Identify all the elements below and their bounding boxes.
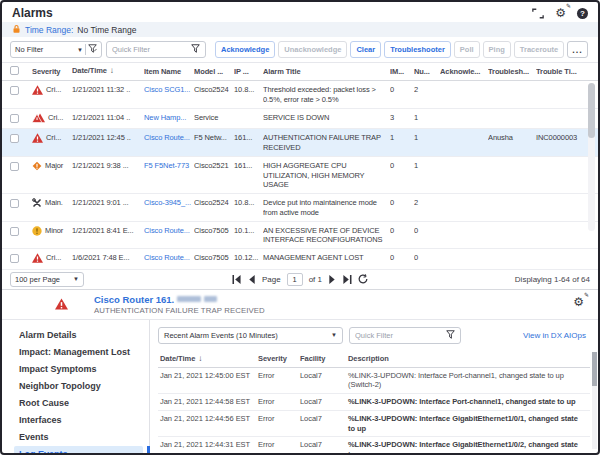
- sidebar-item-alarm-details[interactable]: Alarm Details: [14, 327, 143, 343]
- sidebar-item-impact-symptoms[interactable]: Impact Symptoms: [14, 361, 143, 377]
- settings-gear-icon[interactable]: ⚙✎: [555, 7, 566, 19]
- toolbar-buttons: AcknowledgeUnacknowledgeClearTroubleshoo…: [215, 41, 588, 58]
- toolbar-button-clear[interactable]: Clear: [350, 41, 381, 58]
- col-header-acknowledged[interactable]: Acknowle...: [440, 67, 488, 77]
- toolbar-button-ping[interactable]: Ping: [483, 41, 511, 58]
- col-header-event-datetime[interactable]: Date/Time↓: [158, 354, 258, 364]
- row-checkbox[interactable]: [10, 162, 19, 171]
- quick-filter-input[interactable]: [112, 45, 186, 54]
- row-checkbox[interactable]: [10, 86, 19, 95]
- col-header-title[interactable]: Alarm Title: [263, 67, 390, 77]
- severity-cell: Cri...: [32, 133, 72, 143]
- events-quick-filter-box: [349, 327, 461, 344]
- col-header-severity[interactable]: Severity: [32, 67, 72, 77]
- row-checkbox[interactable]: [10, 227, 19, 236]
- alarm-row[interactable]: Cri...1/21/2021 12:45 ..Cisco Route...F5…: [2, 129, 598, 157]
- filter-select[interactable]: No Filter ▼: [10, 41, 102, 58]
- sidebar-item-root-cause[interactable]: Root Cause: [14, 395, 143, 411]
- alarm-row[interactable]: Minor1/21/2021 8:41 E...Cisco Route...Ci…: [2, 222, 598, 250]
- alarm-row[interactable]: Major1/21/2021 9:38 ...F5 F5Net-773Cisco…: [2, 157, 598, 194]
- col-header-ip[interactable]: IP ...: [234, 67, 263, 77]
- sidebar-item-impact-management-lost[interactable]: Impact: Management Lost: [14, 344, 143, 360]
- events-range-select[interactable]: Recent Alarm Events (10 Minutes) ▼: [158, 327, 343, 344]
- col-header-event-severity[interactable]: Severity: [258, 354, 300, 364]
- sidebar-item-interfaces[interactable]: Interfaces: [14, 412, 143, 428]
- item-name-link[interactable]: New Hamp...: [144, 113, 194, 123]
- item-name-link[interactable]: Cisco Route...: [144, 253, 194, 263]
- event-row[interactable]: Jan 21, 2021 12:44:58 ESTErrorLocal7%LIN…: [158, 394, 590, 411]
- last-page-icon[interactable]: [342, 275, 352, 284]
- severity-cell: Cri...: [32, 85, 72, 95]
- col-header-event-description[interactable]: Description: [348, 354, 590, 364]
- time-range-label: Time Range:: [25, 25, 73, 35]
- nu-cell: 2: [414, 85, 440, 95]
- prev-page-icon[interactable]: [248, 275, 256, 284]
- item-name-link[interactable]: Cisco Route...: [144, 226, 194, 236]
- detail-gear-icon[interactable]: ⚙✎: [573, 296, 584, 308]
- toolbar-button-more[interactable]: ...: [567, 41, 588, 58]
- time-range-chip[interactable]: Time Range: No Time Range: [2, 22, 598, 37]
- toolbar-button-traceroute[interactable]: Traceroute: [514, 41, 564, 58]
- alarm-table: Severity Date/Time↓ Item Name Model ... …: [2, 62, 598, 270]
- col-header-ticket[interactable]: Trouble Ti...: [536, 67, 590, 77]
- col-header-event-facility[interactable]: Facility: [300, 354, 348, 364]
- alarm-row[interactable]: Cri...1/21/2021 11:04 ..New Hamp...Servi…: [2, 109, 598, 130]
- toolbar-button-acknowledge[interactable]: Acknowledge: [215, 41, 275, 58]
- maintenance-icon: [32, 198, 42, 208]
- row-checkbox[interactable]: [10, 199, 19, 208]
- next-page-icon[interactable]: [328, 275, 336, 284]
- layout-toggle-icon[interactable]: [532, 8, 544, 19]
- sidebar-item-log-events[interactable]: Log Events: [14, 446, 143, 453]
- event-row[interactable]: Jan 21, 2021 12:45:00 ESTErrorLocal7%LIN…: [158, 368, 590, 395]
- im-cell: 3: [390, 113, 414, 123]
- event-facility-cell: Local7: [300, 371, 348, 380]
- help-icon[interactable]: ?: [577, 8, 588, 19]
- view-in-dx-aiops-link[interactable]: View in DX AIOps: [523, 331, 590, 340]
- filter-edit-icon[interactable]: [88, 44, 97, 55]
- col-header-model[interactable]: Model ...: [194, 67, 234, 77]
- item-name-link[interactable]: F5 F5Net-773: [144, 161, 194, 171]
- alarm-row[interactable]: Cri...1/21/2021 11:32 ..Cisco SCG1...Cis…: [2, 81, 598, 109]
- row-checkbox[interactable]: [10, 254, 19, 263]
- per-page-value: 100 per Page: [15, 275, 60, 284]
- severity-cell: Major: [32, 161, 72, 171]
- detail-device-link[interactable]: Cisco Router 161.: [94, 294, 265, 305]
- alarm-row[interactable]: Cri...1/6/2021 7:48 E...Cisco Route...Ci…: [2, 249, 598, 270]
- first-page-icon[interactable]: [232, 275, 242, 284]
- sidebar-item-neighbor-topology[interactable]: Neighbor Topology: [14, 378, 143, 394]
- toolbar-button-poll[interactable]: Poll: [454, 41, 480, 58]
- scrollbar-thumb[interactable]: [588, 83, 595, 138]
- event-row[interactable]: Jan 21, 2021 12:44:56 ESTErrorLocal7%LIN…: [158, 411, 590, 438]
- alarm-title-cell: Device put into maintainence mode from a…: [263, 198, 390, 218]
- alarm-row[interactable]: Main.1/21/2021 9:01 ...Cisco-3945_...Cis…: [2, 194, 598, 222]
- per-page-select[interactable]: 100 per Page ▼: [10, 272, 84, 287]
- ip-cell: 10.12...: [234, 253, 263, 263]
- col-header-item[interactable]: Item Name: [144, 67, 194, 77]
- im-cell: 0: [390, 85, 414, 95]
- gear-pencil-icon: ✎: [584, 292, 589, 298]
- item-name-link[interactable]: Cisco Route...: [144, 133, 194, 143]
- col-header-datetime[interactable]: Date/Time↓: [72, 66, 144, 76]
- sidebar-item-events[interactable]: Events: [14, 429, 143, 445]
- filter-funnel-icon: [191, 44, 200, 55]
- col-header-im[interactable]: IM...: [390, 67, 414, 77]
- event-facility-cell: Local7: [300, 397, 348, 406]
- select-all-checkbox[interactable]: [10, 66, 19, 75]
- row-checkbox[interactable]: [10, 114, 19, 123]
- col-header-nu[interactable]: Nu...: [414, 67, 440, 77]
- im-cell: 0: [390, 161, 414, 171]
- row-checkbox[interactable]: [10, 134, 19, 143]
- event-datetime-cell: Jan 21, 2021 12:45:00 EST: [158, 371, 258, 380]
- event-row[interactable]: Jan 21, 2021 12:44:31 ESTErrorLocal7%LIN…: [158, 437, 590, 453]
- col-header-troubleshooter[interactable]: Troublesh...: [488, 67, 536, 77]
- critical-icon: [32, 85, 43, 95]
- toolbar-button-unacknowledge[interactable]: Unacknowledge: [278, 41, 347, 58]
- refresh-icon[interactable]: [358, 274, 368, 284]
- item-name-link[interactable]: Cisco-3945_...: [144, 198, 194, 208]
- toolbar-button-troubleshooter[interactable]: Troubleshooter: [384, 41, 451, 58]
- scrollbar-thumb[interactable]: [592, 352, 597, 386]
- events-quick-filter-input[interactable]: [355, 331, 429, 340]
- row-checkbox-cell: [10, 198, 32, 211]
- item-name-link[interactable]: Cisco SCG1...: [144, 85, 194, 95]
- page-number-input[interactable]: [287, 273, 303, 286]
